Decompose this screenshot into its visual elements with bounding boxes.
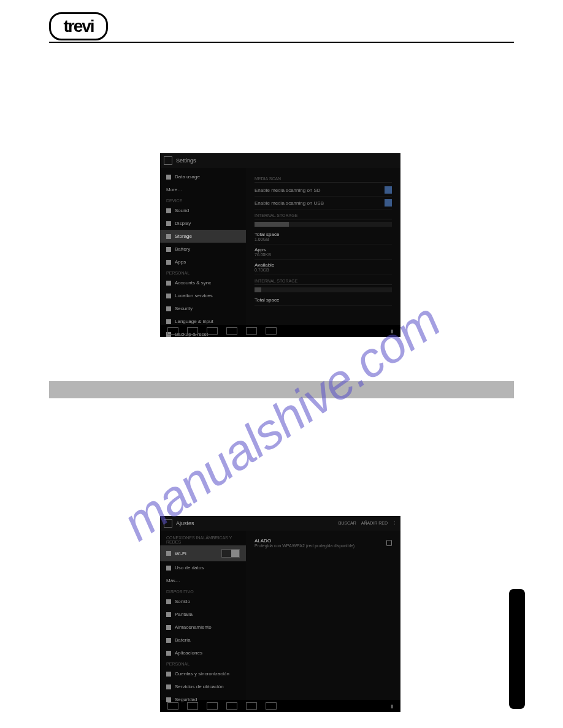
brand-logo-text: trevi xyxy=(63,17,93,36)
home-icon[interactable] xyxy=(187,327,198,335)
sidebar-item-location[interactable]: Servicios de ubicación xyxy=(160,680,246,693)
lock-icon xyxy=(166,697,171,702)
checkbox-scan-usb[interactable] xyxy=(385,199,392,207)
section-internal-storage-2: INTERNAL STORAGE xyxy=(255,279,392,285)
action-scan[interactable]: BUSCAR xyxy=(339,521,356,526)
data-usage-icon xyxy=(166,175,171,180)
sidebar-item-battery[interactable]: Batería xyxy=(160,634,246,646)
settings-icon xyxy=(164,156,172,165)
sidebar-item-accounts[interactable]: Accounts & sync xyxy=(160,276,246,289)
sidebar-category-personal: PERSONAL xyxy=(160,659,246,667)
screenshot-settings-storage: Settings Data usage More… DEVICE Sound D… xyxy=(160,153,400,337)
screenshot-icon[interactable] xyxy=(226,702,237,710)
section-divider-band xyxy=(49,381,514,398)
sidebar-item-accounts[interactable]: Cuentas y sincronización xyxy=(160,667,246,680)
sidebar-item-wifi[interactable]: Wi-Fi xyxy=(160,545,246,561)
apps-icon xyxy=(166,651,171,656)
network-name: ALADO xyxy=(255,538,354,544)
display-icon xyxy=(166,221,171,226)
language-icon xyxy=(166,319,171,324)
settings-icon xyxy=(164,519,172,528)
sidebar-item-apps[interactable]: Apps xyxy=(160,256,246,268)
sidebar-item-battery[interactable]: Battery xyxy=(160,243,246,256)
storage-bar-1-fill xyxy=(255,222,289,227)
sidebar-item-data-usage[interactable]: Uso de datos xyxy=(160,561,246,574)
header-rule xyxy=(49,42,514,43)
row-available[interactable]: Available 0.70GB xyxy=(255,260,392,275)
sidebar-item-more[interactable]: More… xyxy=(160,183,246,196)
action-add-network[interactable]: AÑADIR RED xyxy=(361,521,388,526)
row-total-space-2[interactable]: Total space xyxy=(255,295,392,306)
back-icon[interactable] xyxy=(167,702,178,710)
sidebar-item-storage[interactable]: Storage xyxy=(160,230,246,243)
sidebar-item-more[interactable]: Más… xyxy=(160,574,246,587)
volume-up-icon[interactable] xyxy=(266,702,277,710)
sidebar-item-storage[interactable]: Almacenamiento xyxy=(160,621,246,634)
settings-body: Data usage More… DEVICE Sound Display St… xyxy=(160,168,400,325)
storage-icon xyxy=(166,234,171,239)
manual-page: trevi Settings Data usage More… DEVICE S… xyxy=(0,0,563,728)
status-icons: ▮ xyxy=(391,328,393,334)
toggle-knob xyxy=(231,550,239,557)
sound-icon xyxy=(166,208,171,213)
action-bar-actions: BUSCAR AÑADIR RED ⋮ xyxy=(339,521,397,526)
home-icon[interactable] xyxy=(187,702,198,710)
location-icon xyxy=(166,684,171,689)
sidebar-category-device: DISPOSITIVO xyxy=(160,587,246,595)
sidebar-category-personal: PERSONAL xyxy=(160,268,246,276)
section-media-scan: MEDIA SCAN xyxy=(255,176,392,183)
row-apps-size[interactable]: Apps 76.00KB xyxy=(255,245,392,260)
storage-bar-1 xyxy=(255,222,392,227)
sidebar-item-data-usage[interactable]: Data usage xyxy=(160,170,246,183)
wifi-toggle[interactable] xyxy=(221,549,240,558)
settings-detail-pane: MEDIA SCAN Enable media scanning on SD E… xyxy=(246,168,400,325)
window-title: Ajustes xyxy=(176,520,194,526)
sidebar-item-apps[interactable]: Aplicaciones xyxy=(160,646,246,659)
checkbox-scan-sd[interactable] xyxy=(385,186,392,194)
sidebar-item-language[interactable]: Language & input xyxy=(160,315,246,328)
window-titlebar-2: Ajustes BUSCAR AÑADIR RED ⋮ xyxy=(160,516,400,531)
screenshot-settings-wifi: Ajustes BUSCAR AÑADIR RED ⋮ CONEXIONES I… xyxy=(160,516,400,712)
screenshot-icon[interactable] xyxy=(226,327,237,335)
volume-up-icon[interactable] xyxy=(266,327,277,335)
settings-body-2: CONEXIONES INALÁMBRICAS Y REDES Wi-Fi Us… xyxy=(160,531,400,700)
section-internal-storage: INTERNAL STORAGE xyxy=(255,213,392,219)
settings-sidebar-2: CONEXIONES INALÁMBRICAS Y REDES Wi-Fi Us… xyxy=(160,531,246,700)
wifi-secured-icon xyxy=(386,540,392,546)
window-titlebar: Settings xyxy=(160,153,400,168)
sidebar-item-display[interactable]: Display xyxy=(160,217,246,230)
row-scan-sd[interactable]: Enable media scanning on SD xyxy=(255,184,392,197)
data-usage-icon xyxy=(166,566,171,571)
battery-icon xyxy=(166,247,171,252)
sync-icon xyxy=(166,281,171,286)
sidebar-item-sound[interactable]: Sonido xyxy=(160,595,246,608)
lock-icon xyxy=(166,306,171,311)
sidebar-item-location[interactable]: Location services xyxy=(160,289,246,302)
sync-icon xyxy=(166,672,171,677)
settings-sidebar: Data usage More… DEVICE Sound Display St… xyxy=(160,168,246,325)
recent-icon[interactable] xyxy=(207,702,218,710)
row-total-space[interactable]: Total space 1.00GB xyxy=(255,229,392,245)
location-icon xyxy=(166,294,171,298)
sidebar-category-wireless: CONEXIONES INALÁMBRICAS Y REDES xyxy=(160,533,246,545)
sidebar-item-display[interactable]: Pantalla xyxy=(160,608,246,621)
window-title: Settings xyxy=(176,157,196,164)
volume-down-icon[interactable] xyxy=(246,327,257,335)
wifi-icon xyxy=(166,551,171,556)
sidebar-item-security[interactable]: Security xyxy=(160,302,246,315)
sidebar-item-sound[interactable]: Sound xyxy=(160,204,246,217)
row-scan-usb[interactable]: Enable media scanning on USB xyxy=(255,197,392,210)
overflow-menu-icon[interactable]: ⋮ xyxy=(393,521,397,526)
apps-icon xyxy=(166,260,171,265)
wifi-network-row[interactable]: ALADO Protegida con WPA/WPA2 (red proteg… xyxy=(255,536,392,550)
sidebar-category-device: DEVICE xyxy=(160,196,246,204)
storage-bar-2-fill xyxy=(255,287,261,292)
sound-icon xyxy=(166,599,171,604)
recent-icon[interactable] xyxy=(207,327,218,335)
display-icon xyxy=(166,612,171,617)
page-side-tab xyxy=(509,589,525,709)
network-subtitle: Protegida con WPA/WPA2 (red protegida di… xyxy=(255,544,354,548)
volume-down-icon[interactable] xyxy=(246,702,257,710)
back-icon[interactable] xyxy=(167,327,178,335)
battery-icon xyxy=(166,638,171,643)
